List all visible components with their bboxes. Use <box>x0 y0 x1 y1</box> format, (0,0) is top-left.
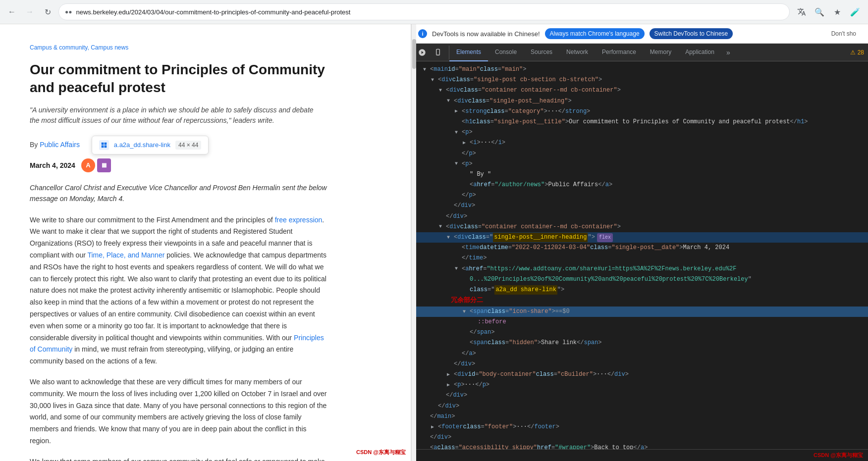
tree-line[interactable]: <p> <box>411 127 868 138</box>
tree-line[interactable]: </time> <box>411 253 868 263</box>
tree-line[interactable]: </main> <box>411 411 868 422</box>
tab-application[interactable]: Application <box>678 44 721 61</box>
translate-icon[interactable] <box>794 4 810 20</box>
tree-line[interactable]: class="a2a_dd share-link"> <box>411 285 868 295</box>
switch-devtools-chinese-button[interactable]: Switch DevTools to Chinese <box>650 28 733 39</box>
always-match-language-button[interactable]: Always match Chrome's language <box>545 28 645 39</box>
webpage-scrollbar[interactable] <box>411 24 416 461</box>
tree-line[interactable]: </div> <box>411 359 868 369</box>
triangle[interactable] <box>439 223 446 231</box>
tree-line[interactable]: <strong class="category" > ··· </strong> <box>411 106 868 117</box>
tree-line[interactable]: </div> <box>411 432 868 443</box>
tab-sources[interactable]: Sources <box>524 44 559 61</box>
tree-line[interactable]: </p> <box>411 149 868 159</box>
triangle[interactable] <box>431 76 438 84</box>
triangle[interactable] <box>431 423 438 431</box>
time-place-manner-link[interactable]: Time, Place, and Manner <box>87 251 164 259</box>
tree-line[interactable]: <div class="container container--md cb-c… <box>411 85 868 96</box>
tab-console[interactable]: Console <box>488 44 524 61</box>
tab-memory[interactable]: Memory <box>643 44 678 61</box>
tree-line[interactable]: <p> ··· </p> <box>411 380 868 390</box>
tree-line[interactable]: <main id="main" class="main" > <box>411 64 868 75</box>
share-icon-checkered[interactable]: ▦ <box>97 158 111 172</box>
notification-text: DevTools is now available in Chinese! <box>432 30 540 38</box>
search-icon[interactable]: 🔍 <box>812 4 827 20</box>
tree-line[interactable]: <a href="/author/news" > Public Affairs … <box>411 180 868 190</box>
svg-point-5 <box>437 54 438 54</box>
triangle[interactable] <box>447 234 454 242</box>
free-expression-link[interactable]: free expression <box>275 216 323 224</box>
devtools-notification: i DevTools is now available in Chinese! … <box>411 24 868 44</box>
tree-line[interactable]: <footer class="footer" > ··· </footer> <box>411 422 868 432</box>
warning-count: 28 <box>858 49 864 56</box>
tree-line[interactable]: <time datetime="2022-02-112024-03-04" cl… <box>411 243 868 253</box>
forward-button[interactable]: → <box>23 5 37 19</box>
tree-line[interactable]: </span> <box>411 327 868 338</box>
triangle[interactable] <box>439 87 446 95</box>
svg-rect-0 <box>102 143 104 145</box>
address-bar[interactable]: ●● <box>58 3 790 20</box>
breadcrumb[interactable]: Campus & community, Campus news <box>30 44 381 51</box>
dont-show-button[interactable]: Don't sho <box>826 28 861 39</box>
extensions-icon[interactable]: 🧪 <box>847 4 863 20</box>
tree-line-inner-heading[interactable]: <div class="single-post__inner-heading" … <box>411 232 868 243</box>
inspect-element-button[interactable] <box>415 46 429 59</box>
devtools-pane: i DevTools is now available in Chinese! … <box>411 24 868 461</box>
principles-of-community-link[interactable]: Principles of Community <box>30 334 324 354</box>
tree-line-icon-share[interactable]: <span class="icon-share" > == $0 <box>411 307 868 317</box>
browser-chrome: ← → ↻ ●● 🔍 ★ 🧪 <box>0 0 868 24</box>
triangle-main[interactable] <box>423 66 430 74</box>
scroll-thumb[interactable] <box>412 39 416 69</box>
triangle[interactable] <box>463 308 470 316</box>
tree-line[interactable]: <i> ··· </i> <box>411 138 868 148</box>
tree-line[interactable]: <div class="single-post cb-section cb-st… <box>411 75 868 85</box>
devtools-bottom-bar: CSDN @东离与糊宝 <box>411 449 868 461</box>
tree-line[interactable]: <span class="hidden" > Share link </span… <box>411 338 868 348</box>
tree-line[interactable]: <p> <box>411 159 868 169</box>
reload-button[interactable]: ↻ <box>41 5 54 19</box>
tab-elements[interactable]: Elements <box>449 44 488 61</box>
tree-line[interactable]: <h1 class="single-post__title" > Our com… <box>411 117 868 127</box>
tab-network[interactable]: Network <box>559 44 595 61</box>
svg-rect-2 <box>102 145 104 148</box>
share-size-badge: 44 × 44 <box>175 141 201 150</box>
redundant-label-2: 冗余部分二 <box>451 296 483 306</box>
tree-line[interactable]: <div id="body-container" class="cBuilder… <box>411 369 868 380</box>
tree-line[interactable]: <a class="accessibility skippy" href="#w… <box>411 443 868 449</box>
devtools-warning: ⚠ 28 <box>850 49 864 56</box>
devtools-html-tree[interactable]: <main id="main" class="main" > <div clas… <box>411 61 868 449</box>
triangle[interactable] <box>463 139 470 147</box>
triangle[interactable] <box>447 381 454 389</box>
tree-line[interactable]: </div> <box>411 401 868 411</box>
warning-icon: ⚠ <box>850 49 856 56</box>
tree-line-before[interactable]: ::before <box>411 317 868 327</box>
share-icon-orange[interactable]: A <box>81 158 95 172</box>
tree-line[interactable]: 0...%20Principles%20of%20Community%20and… <box>411 274 868 285</box>
triangle[interactable] <box>447 97 454 105</box>
devtools-tab-icons <box>411 46 449 59</box>
article-date: March 4, 2024 <box>30 161 75 169</box>
devtools-more-button[interactable]: » <box>721 49 735 56</box>
back-button[interactable]: ← <box>5 5 19 19</box>
tree-line[interactable]: </a> <box>411 349 868 359</box>
triangle[interactable] <box>447 371 454 379</box>
tree-line[interactable]: <a href="https://www.addtoany.com/share#… <box>411 264 868 274</box>
device-toggle-button[interactable] <box>431 46 445 59</box>
bookmark-icon[interactable]: ★ <box>829 4 845 20</box>
tree-line[interactable]: </div> <box>411 390 868 401</box>
tree-line[interactable]: </div> <box>411 201 868 211</box>
triangle[interactable] <box>455 107 462 115</box>
tree-line-redundant: 冗余部分二 <box>411 295 868 307</box>
tree-line[interactable]: " By " <box>411 169 868 180</box>
tree-line[interactable]: </div> <box>411 211 868 222</box>
triangle[interactable] <box>455 129 462 137</box>
article-paragraph-3: We know that some members of our campus … <box>30 456 327 461</box>
tree-line[interactable]: <div class="single-post__heading" > <box>411 96 868 106</box>
author-link[interactable]: Public Affairs <box>40 140 80 148</box>
tree-line[interactable]: </p> <box>411 190 868 201</box>
triangle[interactable] <box>455 265 462 273</box>
tree-line[interactable]: <div class="container container--md cb-c… <box>411 222 868 232</box>
tab-performance[interactable]: Performance <box>595 44 643 61</box>
triangle[interactable] <box>455 160 462 168</box>
url-input[interactable] <box>76 8 784 16</box>
